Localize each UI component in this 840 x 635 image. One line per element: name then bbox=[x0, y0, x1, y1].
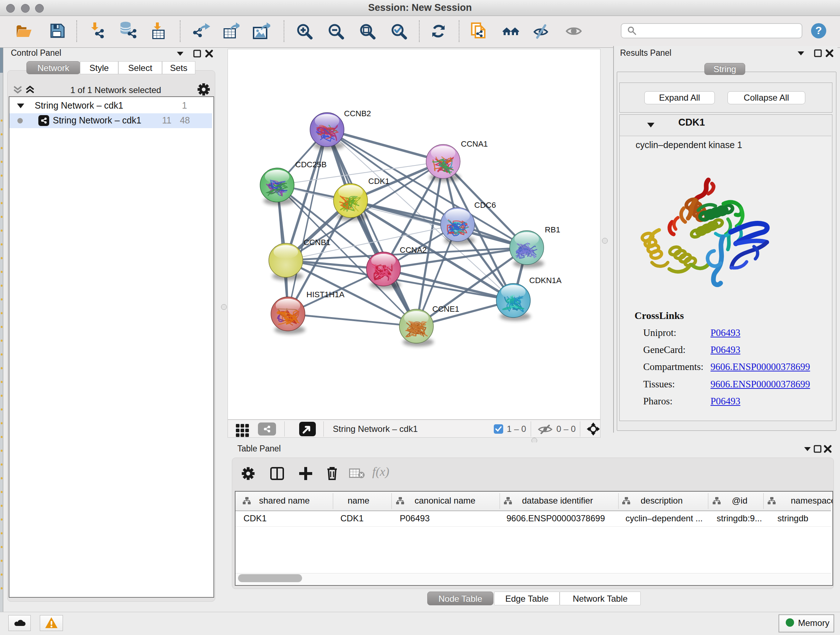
svg-text:CCNB2: CCNB2 bbox=[344, 109, 371, 118]
svg-text:CDK1: CDK1 bbox=[368, 177, 390, 186]
svg-text:CDC25B: CDC25B bbox=[295, 160, 327, 169]
svg-text:CCNB1: CCNB1 bbox=[303, 238, 331, 247]
svg-text:CCNA1: CCNA1 bbox=[461, 139, 488, 149]
svg-text:RB1: RB1 bbox=[545, 225, 561, 234]
svg-text:?: ? bbox=[815, 24, 822, 36]
svg-text:CDKN1A: CDKN1A bbox=[529, 276, 562, 285]
svg-text:CDC6: CDC6 bbox=[474, 201, 496, 210]
svg-text:HIST1H1A: HIST1H1A bbox=[306, 290, 344, 299]
svg-text:CCNA2: CCNA2 bbox=[400, 245, 427, 255]
svg-text:CCNE1: CCNE1 bbox=[432, 304, 459, 314]
